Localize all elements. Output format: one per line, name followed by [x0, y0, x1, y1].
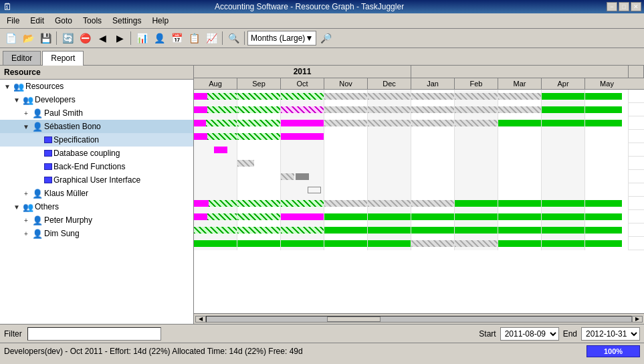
tree-row-dim[interactable]: + 👤 Dim Sung: [0, 227, 193, 240]
bar: [194, 93, 207, 100]
refresh-button[interactable]: 🔄: [60, 30, 76, 46]
gantt-row-paul: [194, 116, 644, 130]
bar: [194, 120, 206, 126]
cell-r8-aug: [194, 183, 237, 197]
cell-r8-feb: [455, 183, 498, 197]
bar: [411, 120, 455, 126]
search-button[interactable]: 🔍: [225, 30, 241, 46]
bar: [585, 106, 622, 113]
tree-row-developers[interactable]: ▼ 👥 Developers: [0, 93, 193, 106]
end-date-select[interactable]: 2012-10-31: [581, 327, 640, 341]
maximize-button[interactable]: □: [619, 2, 629, 11]
bar: [498, 93, 542, 100]
bar: [281, 200, 324, 207]
bar: [498, 240, 542, 247]
stop-button[interactable]: ⛔: [77, 30, 93, 46]
zoom-button[interactable]: 🔎: [318, 30, 334, 46]
task-icon-spec: [44, 136, 52, 143]
tree-row-specification[interactable]: Specification: [0, 133, 193, 147]
scroll-right-arrow[interactable]: ▶: [632, 316, 643, 323]
view2-button[interactable]: 👤: [151, 30, 167, 46]
left-panel: Resource ▼ 👥 Resources ▼ 👥 Developers + …: [0, 66, 194, 324]
exp-db: [33, 149, 43, 158]
new-button[interactable]: 📄: [3, 30, 19, 46]
label-resources: Resources: [25, 82, 64, 91]
expand-sebastien[interactable]: ▼: [21, 122, 31, 131]
gantt-row-sebastien: [194, 130, 644, 143]
view3-button[interactable]: 📅: [169, 30, 185, 46]
cell-r6-nov: [324, 157, 368, 170]
filter-input[interactable]: [27, 327, 161, 341]
cell-r9-oct: [281, 197, 324, 210]
expand-developers[interactable]: ▼: [12, 95, 21, 104]
forward-button[interactable]: ▶: [112, 30, 128, 46]
view1-button[interactable]: 📊: [134, 30, 150, 46]
horizontal-scrollbar: ◀ ▶: [194, 313, 644, 324]
menu-settings[interactable]: Settings: [108, 15, 145, 27]
view5-button[interactable]: 📈: [203, 30, 219, 46]
cell-r9-mar: [498, 197, 542, 210]
tree-row-sebastien[interactable]: ▼ 👤 Sébastien Bono: [0, 120, 193, 133]
menu-file[interactable]: File: [3, 15, 23, 27]
cell-r8-jan: [411, 183, 455, 197]
filter-right: Start 2011-08-09 End 2012-10-31: [479, 327, 640, 341]
expand-resources[interactable]: ▼: [3, 82, 12, 91]
view4-button[interactable]: 📋: [186, 30, 202, 46]
group-icon-others: 👥: [23, 202, 33, 212]
tab-editor[interactable]: Editor: [3, 51, 41, 65]
cell-r7-jan: [411, 170, 455, 183]
window-title: Accounting Software - Resource Graph - T…: [12, 2, 607, 11]
expand-peter[interactable]: +: [21, 215, 31, 225]
bar: [585, 213, 622, 220]
tree-row-others[interactable]: ▼ 👥 Others: [0, 200, 193, 213]
tree-row-klaus[interactable]: + 👤 Klaus Müller: [0, 187, 193, 200]
back-button[interactable]: ◀: [94, 30, 110, 46]
bar: [207, 133, 237, 140]
cell-r8-oct: [281, 183, 324, 197]
bar: [368, 120, 411, 126]
cell-r1-apr: [542, 90, 585, 103]
tree-row-resources[interactable]: ▼ 👥 Resources: [0, 80, 193, 93]
bar: [281, 106, 324, 113]
tab-report[interactable]: Report: [42, 51, 84, 66]
bar: [281, 133, 324, 140]
label-others: Others: [35, 202, 59, 211]
cell-r8-dec: [368, 183, 411, 197]
tree-row-database[interactable]: Database coupling: [0, 147, 193, 160]
save-button[interactable]: 💾: [37, 30, 53, 46]
tree-row-backend[interactable]: Back-End Functions: [0, 160, 193, 173]
view-mode-dropdown[interactable]: Months (Large) ▼: [247, 31, 316, 46]
close-button[interactable]: ✕: [631, 2, 641, 11]
menu-tools[interactable]: Tools: [79, 15, 106, 27]
open-button[interactable]: 📂: [20, 30, 36, 46]
scroll-thumb[interactable]: [327, 316, 381, 322]
gantt-row-dim: [194, 237, 644, 250]
expand-dim[interactable]: +: [21, 229, 31, 238]
bar: [237, 120, 281, 126]
year-rest: [629, 66, 644, 78]
minimize-button[interactable]: −: [607, 2, 617, 11]
bar: [214, 147, 227, 153]
bar: [585, 200, 622, 207]
label-sebastien: Sébastien Bono: [44, 122, 101, 131]
tree-row-peter[interactable]: + 👤 Peter Murphy: [0, 213, 193, 227]
scroll-left-arrow[interactable]: ◀: [195, 316, 206, 323]
scroll-track[interactable]: [206, 316, 632, 323]
menu-goto[interactable]: Goto: [51, 15, 76, 27]
menu-edit[interactable]: Edit: [26, 15, 48, 27]
sep3: [222, 31, 223, 45]
bar: [368, 200, 411, 207]
cell-r8-may: [585, 183, 629, 197]
cell-r2-aug: [194, 103, 237, 116]
tree-row-paul-smith[interactable]: + 👤 Paul Smith: [0, 106, 193, 120]
cell-r10-jan: [411, 210, 455, 223]
expand-others[interactable]: ▼: [12, 202, 21, 211]
start-date-select[interactable]: 2011-08-09: [500, 327, 559, 341]
cell-r5-sep: [237, 143, 281, 157]
start-label: Start: [479, 329, 496, 339]
expand-paul[interactable]: +: [21, 108, 31, 118]
tree-row-gui[interactable]: Graphical User Interface: [0, 173, 193, 187]
expand-klaus[interactable]: +: [21, 189, 31, 198]
menu-help[interactable]: Help: [148, 15, 173, 27]
bar: [498, 120, 542, 126]
